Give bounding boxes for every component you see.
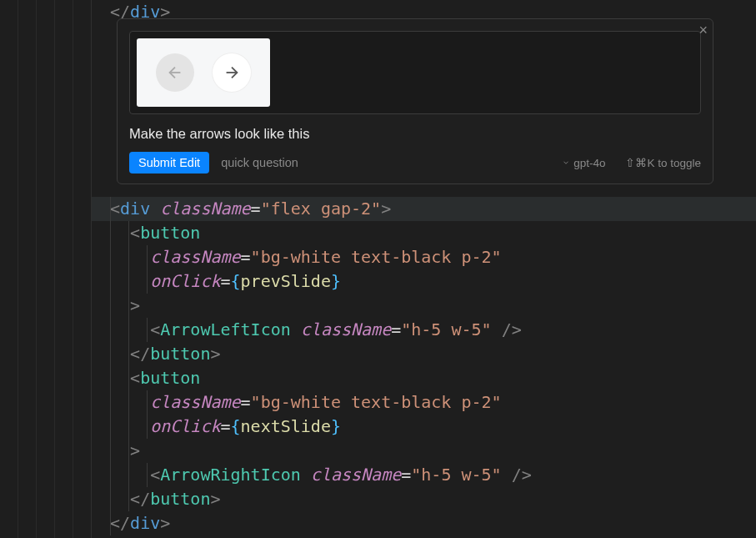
token-comp: button	[150, 344, 210, 364]
token-attr: className	[160, 199, 250, 219]
token-attr: className	[311, 465, 401, 485]
code-line[interactable]: </button>	[92, 342, 756, 366]
token-punct: <	[130, 223, 140, 243]
token-comp: button	[150, 489, 210, 509]
code-line[interactable]: <div className="flex gap-2">	[92, 197, 756, 221]
code-line[interactable]: </div>	[92, 511, 756, 535]
token-punct: >	[130, 440, 140, 460]
chat-prompt-text[interactable]: Make the arrows look like this	[118, 114, 713, 148]
token-attr: onClick	[150, 271, 220, 291]
token-punct: />	[492, 319, 522, 339]
token-attr: className	[301, 319, 391, 339]
token-brace: }	[331, 416, 341, 436]
quick-question-button[interactable]: quick question	[221, 156, 298, 169]
code-line[interactable]: <button	[92, 366, 756, 390]
token-punct: >	[210, 489, 220, 509]
code-line[interactable]: <button	[92, 221, 756, 245]
token-op: =	[220, 271, 230, 291]
code-line[interactable]: onClick={nextSlide}	[92, 415, 756, 439]
token-punct: />	[502, 465, 532, 485]
token-brace: {	[231, 271, 241, 291]
token-str: "bg-white text-black p-2"	[251, 392, 502, 412]
token-op: =	[391, 319, 401, 339]
model-selector[interactable]: gpt-4o	[562, 157, 605, 169]
token-op: =	[220, 416, 230, 436]
code-line[interactable]: onClick={prevSlide}	[92, 269, 756, 294]
token-op: =	[251, 199, 261, 219]
token-punct: <	[110, 199, 120, 219]
token-attr: onClick	[150, 416, 220, 436]
token-ident: nextSlide	[241, 416, 331, 436]
token-punct: <	[150, 319, 160, 339]
token-comp: button	[140, 223, 200, 243]
code-line[interactable]: </button>	[92, 487, 756, 511]
token-punct: >	[130, 295, 140, 315]
token-attr: className	[150, 247, 240, 267]
chevron-down-icon	[562, 158, 570, 167]
token-comp: button	[140, 368, 200, 388]
token-punct	[291, 319, 301, 339]
token-punct: </	[130, 344, 150, 364]
attachment-thumbnail	[137, 38, 270, 107]
token-brace: }	[331, 271, 341, 291]
token-tagEl: div	[130, 513, 160, 533]
shortcut-hint: ⇧⌘K to toggle	[625, 156, 701, 169]
token-ident: prevSlide	[241, 271, 331, 291]
token-punct: >	[160, 513, 170, 533]
arrow-right-icon	[213, 53, 251, 92]
token-str: "h-5 w-5"	[401, 319, 491, 339]
code-line[interactable]: <ArrowLeftIcon className="h-5 w-5" />	[92, 318, 756, 342]
attachment-preview[interactable]	[129, 31, 701, 114]
code-line[interactable]: >	[92, 294, 756, 318]
token-str: "flex gap-2"	[261, 199, 382, 219]
token-str: "h-5 w-5"	[411, 465, 501, 485]
code-line[interactable]: >	[92, 439, 756, 463]
code-block[interactable]: <div className="flex gap-2"> <button cla…	[92, 197, 756, 535]
code-editor[interactable]: </div> × Make the arrows look like this …	[0, 0, 756, 538]
arrow-left-icon	[156, 53, 194, 92]
inline-chat-panel: × Make the arrows look like this Submit …	[117, 18, 713, 184]
model-name: gpt-4o	[573, 157, 605, 169]
token-punct: >	[381, 199, 391, 219]
token-str: "bg-white text-black p-2"	[251, 247, 502, 267]
token-comp: ArrowLeftIcon	[160, 319, 291, 339]
token-punct: <	[150, 465, 160, 485]
token-tagEl: div	[120, 199, 150, 219]
close-icon[interactable]: ×	[698, 23, 708, 38]
submit-edit-button[interactable]: Submit Edit	[129, 152, 209, 173]
token-punct: >	[210, 344, 220, 364]
token-comp: ArrowRightIcon	[160, 465, 301, 485]
token-op: =	[241, 247, 251, 267]
token-attr: className	[150, 392, 240, 412]
token-punct: <	[130, 368, 140, 388]
token-punct: </	[110, 513, 130, 533]
token-op: =	[401, 465, 411, 485]
code-line[interactable]: className="bg-white text-black p-2"	[92, 245, 756, 269]
code-line[interactable]: className="bg-white text-black p-2"	[92, 390, 756, 415]
chat-action-row: Submit Edit quick question gpt-4o ⇧⌘K to…	[118, 148, 713, 184]
token-punct	[301, 465, 311, 485]
token-punct	[150, 199, 160, 219]
token-brace: {	[231, 416, 241, 436]
code-line[interactable]: <ArrowRightIcon className="h-5 w-5" />	[92, 463, 756, 487]
token-punct: </	[130, 489, 150, 509]
token-op: =	[241, 392, 251, 412]
fold-gutter	[0, 0, 92, 538]
